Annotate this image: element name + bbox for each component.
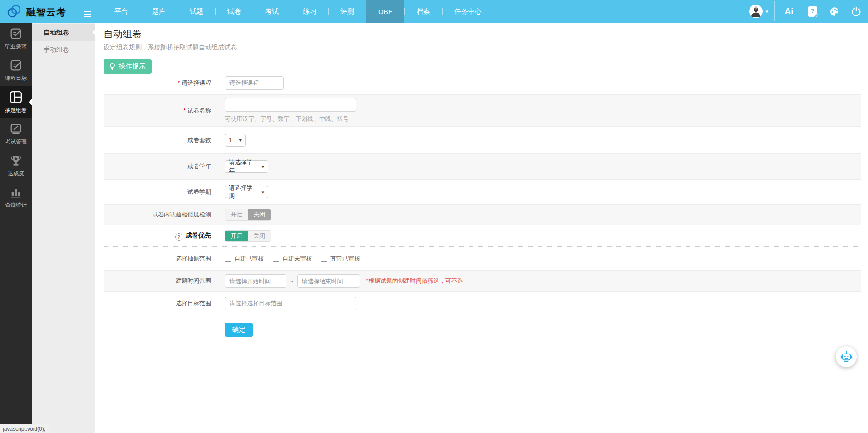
layout-icon bbox=[9, 90, 23, 104]
bar-chart-icon bbox=[9, 186, 23, 199]
form-row-scope: 选择抽题范围 自建已审核 自建未审核 其它已审核 bbox=[104, 247, 861, 270]
set-count-label: 成卷套数 bbox=[104, 136, 211, 144]
checkbox-icon[interactable] bbox=[321, 256, 327, 262]
scope-option-other-approved[interactable]: 其它已审核 bbox=[321, 255, 360, 263]
form-row-year: 成卷学年 请选择学年 ▾ bbox=[104, 153, 861, 179]
nav-item-question-bank[interactable]: 题库 bbox=[140, 0, 178, 23]
ai-assistant-button[interactable]: Ai bbox=[782, 6, 796, 16]
left-sidebar: 毕业要求 课程目标 抽题组卷 考试管理 bbox=[0, 23, 32, 433]
range-separator: ~ bbox=[290, 278, 294, 285]
nav-item-practice[interactable]: 练习 bbox=[291, 0, 328, 23]
help-icon[interactable]: ? bbox=[175, 233, 182, 241]
required-asterisk: * bbox=[183, 107, 186, 114]
main-content: 自动组卷 设定组卷规则，系统随机抽取试题自动组成试卷 操作提示 *请选择课程 *… bbox=[95, 23, 868, 433]
priority-label: ?成卷优先 bbox=[104, 231, 211, 241]
avatar-question-mark: ? bbox=[749, 5, 763, 11]
similarity-off-button[interactable]: 关闭 bbox=[248, 209, 271, 220]
time-range-note: *根据试题的创建时间做筛选，可不选 bbox=[366, 277, 463, 285]
form-row-course: *请选择课程 bbox=[104, 71, 861, 94]
target-label: 选择目标范围 bbox=[104, 300, 211, 308]
time-range-label: 建题时间范围 bbox=[104, 277, 211, 285]
doc-edit-icon bbox=[9, 59, 23, 72]
nav-item-questions[interactable]: 试题 bbox=[178, 0, 215, 23]
exam-board-icon bbox=[9, 122, 23, 136]
nav-item-task-center[interactable]: 任务中心 bbox=[443, 0, 493, 23]
nav-item-papers[interactable]: 试卷 bbox=[216, 0, 253, 23]
sidebar-item-graduation-requirements[interactable]: 毕业要求 bbox=[0, 23, 32, 54]
user-avatar[interactable]: ? bbox=[749, 5, 763, 18]
form-row-target: 选择目标范围 bbox=[104, 291, 861, 315]
set-count-select[interactable]: 1 ▾ bbox=[225, 134, 246, 147]
year-select[interactable]: 请选择学年 ▾ bbox=[225, 160, 268, 173]
similarity-label: 试卷内试题相似度检测 bbox=[104, 211, 211, 219]
help-doc-icon[interactable]: ? bbox=[808, 6, 818, 17]
selected-notch bbox=[89, 29, 95, 35]
nav-item-exams[interactable]: 考试 bbox=[253, 0, 291, 23]
form-row-submit: 确定 bbox=[104, 315, 861, 349]
nav-item-archives[interactable]: 档案 bbox=[405, 0, 442, 23]
page-title: 自动组卷 bbox=[104, 28, 861, 40]
form-row-term: 试卷学期 请选择学期 ▾ bbox=[104, 179, 861, 204]
page-header: 自动组卷 设定组卷规则，系统随机抽取试题自动组成试卷 bbox=[95, 23, 868, 56]
theme-palette-icon[interactable] bbox=[829, 6, 839, 17]
paper-name-hint: 可使用汉字、字母、数字、下划线、中线、括号 bbox=[225, 115, 349, 123]
top-nav: 平台 题库 试题 试卷 考试 练习 评测 OBE 档案 任务中心 bbox=[103, 0, 493, 23]
avatar-caret-down-icon[interactable]: ▾ bbox=[765, 9, 768, 15]
confirm-button[interactable]: 确定 bbox=[225, 323, 253, 337]
term-label: 试卷学期 bbox=[104, 188, 211, 196]
form-row-time-range: 建题时间范围 ~ *根据试题的创建时间做筛选，可不选 bbox=[104, 270, 861, 291]
lightbulb-icon bbox=[109, 63, 115, 70]
similarity-on-button[interactable]: 开启 bbox=[225, 209, 248, 220]
top-right-cluster: ? ▾ Ai ? bbox=[749, 0, 861, 23]
start-time-input[interactable] bbox=[225, 274, 286, 288]
course-input[interactable] bbox=[225, 76, 284, 90]
checkbox-icon[interactable] bbox=[273, 256, 279, 262]
form-row-similarity: 试卷内试题相似度检测 开启 关闭 bbox=[104, 204, 861, 225]
secondary-sidebar: 自动组卷 手动组卷 bbox=[32, 23, 95, 433]
logout-power-icon[interactable] bbox=[851, 6, 861, 17]
status-link-hint: javascript:void(0); bbox=[0, 424, 49, 433]
topbar-divider bbox=[774, 1, 775, 21]
chevron-down-icon: ▾ bbox=[258, 189, 264, 195]
sidebar-item-paper-assembly-active[interactable]: 抽题组卷 bbox=[0, 86, 32, 118]
paper-name-input[interactable] bbox=[225, 98, 356, 112]
similarity-toggle: 开启 关闭 bbox=[225, 209, 271, 221]
submenu-item-auto-assembly-active[interactable]: 自动组卷 bbox=[32, 24, 95, 41]
sidebar-item-statistics[interactable]: 查询统计 bbox=[0, 182, 32, 213]
priority-on-button[interactable]: 开启 bbox=[225, 231, 248, 241]
end-time-input[interactable] bbox=[297, 274, 360, 288]
priority-off-button[interactable]: 关闭 bbox=[248, 231, 271, 241]
priority-toggle: 开启 关闭 bbox=[225, 230, 271, 242]
auto-assembly-form: *请选择课程 *试卷名称 可使用汉字、字母、数字、下划线、中线、括号 成卷套数 … bbox=[104, 71, 861, 349]
nav-item-platform[interactable]: 平台 bbox=[103, 0, 140, 23]
form-row-paper-name: *试卷名称 可使用汉字、字母、数字、下划线、中线、括号 bbox=[104, 94, 861, 126]
doc-edit-icon bbox=[9, 27, 23, 40]
brand-logo-icon bbox=[6, 4, 22, 19]
nav-item-evaluation[interactable]: 评测 bbox=[329, 0, 366, 23]
sidebar-item-achievement[interactable]: 达成度 bbox=[0, 150, 32, 182]
form-row-priority: ?成卷优先 开启 关闭 bbox=[104, 225, 861, 247]
term-select[interactable]: 请选择学期 ▾ bbox=[225, 186, 268, 198]
selected-notch bbox=[25, 99, 32, 105]
trophy-icon bbox=[9, 154, 23, 167]
scope-option-self-approved[interactable]: 自建已审核 bbox=[225, 255, 264, 263]
scope-label: 选择抽题范围 bbox=[104, 255, 211, 263]
nav-item-obe-active[interactable]: OBE bbox=[366, 0, 404, 23]
form-row-set-count: 成卷套数 1 ▾ bbox=[104, 126, 861, 153]
sidebar-item-course-objectives[interactable]: 课程目标 bbox=[0, 54, 32, 86]
page-subtitle: 设定组卷规则，系统随机抽取试题自动组成试卷 bbox=[104, 44, 861, 52]
target-input[interactable] bbox=[225, 297, 356, 310]
submenu-item-manual-assembly[interactable]: 手动组卷 bbox=[32, 41, 95, 58]
paper-name-label: *试卷名称 bbox=[104, 107, 211, 115]
robot-icon bbox=[840, 351, 853, 363]
menu-collapse-icon[interactable] bbox=[84, 11, 91, 17]
assistant-fab[interactable] bbox=[836, 346, 857, 367]
required-asterisk: * bbox=[178, 79, 180, 86]
sidebar-item-exam-management[interactable]: 考试管理 bbox=[0, 118, 32, 150]
header-divider bbox=[104, 56, 860, 56]
top-bar: 融智云考 平台 题库 试题 试卷 考试 练习 评测 OBE 档案 任务中心 ? … bbox=[0, 0, 868, 23]
scope-option-self-unapproved[interactable]: 自建未审核 bbox=[273, 255, 312, 263]
checkbox-icon[interactable] bbox=[225, 256, 231, 262]
brand-title: 融智云考 bbox=[26, 6, 66, 19]
year-label: 成卷学年 bbox=[104, 162, 211, 171]
